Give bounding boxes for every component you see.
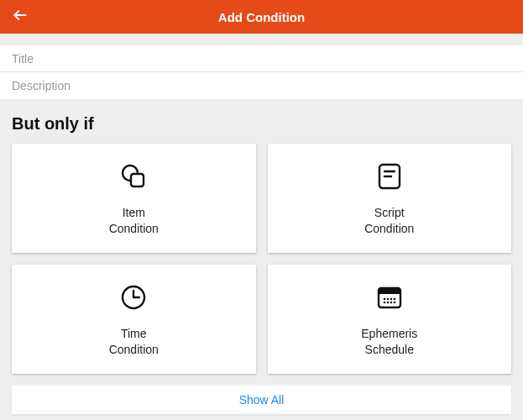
section-heading: But only if xyxy=(0,99,523,144)
show-all-button[interactable]: Show All xyxy=(12,386,511,414)
description-input-row[interactable] xyxy=(0,72,523,99)
header-spacer xyxy=(0,34,523,45)
svg-rect-2 xyxy=(131,174,144,186)
svg-point-12 xyxy=(383,298,385,301)
app-header: Add Condition xyxy=(0,0,523,34)
item-condition-icon xyxy=(118,160,149,193)
description-input[interactable] xyxy=(12,79,511,92)
back-arrow-icon xyxy=(12,7,29,27)
time-condition-card[interactable]: Time Condition xyxy=(12,265,256,374)
ephemeris-schedule-label: Ephemeris Schedule xyxy=(361,326,417,358)
title-input[interactable] xyxy=(12,52,511,66)
time-condition-label: Time Condition xyxy=(109,326,159,358)
clock-icon xyxy=(119,281,148,314)
title-input-row[interactable] xyxy=(0,45,523,72)
svg-point-18 xyxy=(390,302,392,304)
svg-point-19 xyxy=(393,302,395,304)
svg-point-14 xyxy=(390,298,392,301)
svg-point-16 xyxy=(383,302,385,304)
svg-rect-11 xyxy=(379,292,400,294)
script-condition-icon xyxy=(376,160,403,193)
condition-card-grid: Item Condition Script Condition Time Con… xyxy=(0,144,523,374)
item-condition-label: Item Condition xyxy=(109,205,159,237)
item-condition-card[interactable]: Item Condition xyxy=(12,144,256,253)
back-button[interactable] xyxy=(12,0,29,34)
ephemeris-schedule-card[interactable]: Ephemeris Schedule xyxy=(268,265,512,374)
script-condition-label: Script Condition xyxy=(364,205,414,237)
svg-point-15 xyxy=(393,298,395,301)
svg-point-13 xyxy=(386,298,389,301)
script-condition-card[interactable]: Script Condition xyxy=(268,144,512,253)
page-title: Add Condition xyxy=(0,10,523,24)
svg-point-17 xyxy=(386,302,389,304)
show-all-label: Show All xyxy=(239,393,285,407)
calendar-icon xyxy=(375,281,404,314)
